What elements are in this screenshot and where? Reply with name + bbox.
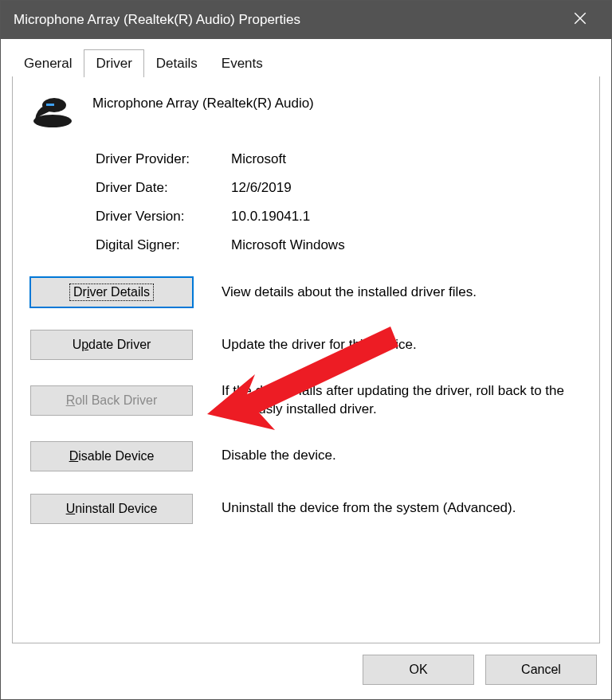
update-driver-button[interactable]: Update Driver: [30, 330, 193, 360]
action-buttons: Driver Details View details about the in…: [30, 277, 582, 524]
cancel-button[interactable]: Cancel: [485, 655, 597, 685]
close-icon: [573, 11, 587, 25]
update-driver-desc: Update the driver for this device.: [222, 336, 582, 354]
disable-device-button[interactable]: Disable Device: [30, 441, 193, 471]
uninstall-device-desc: Uninstall the device from the system (Ad…: [222, 499, 582, 518]
version-label: Driver Version:: [96, 209, 231, 225]
row-update-driver: Update Driver Update the driver for this…: [30, 330, 582, 360]
date-label: Driver Date:: [96, 180, 231, 196]
row-disable-device: Disable Device Disable the device.: [30, 441, 582, 471]
row-driver-details: Driver Details View details about the in…: [30, 277, 582, 307]
tab-driver[interactable]: Driver: [84, 49, 143, 77]
row-rollback-driver: Roll Back Driver If the device fails aft…: [30, 382, 582, 419]
device-header: Microphone Array (Realtek(R) Audio): [30, 94, 582, 129]
version-value: 10.0.19041.1: [231, 209, 582, 225]
disable-device-desc: Disable the device.: [222, 447, 582, 465]
svg-rect-4: [46, 104, 54, 106]
properties-window: Microphone Array (Realtek(R) Audio) Prop…: [0, 0, 612, 700]
microphone-device-icon: [30, 94, 75, 129]
date-value: 12/6/2019: [231, 180, 582, 196]
driver-info: Driver Provider: Microsoft Driver Date: …: [96, 151, 582, 253]
tab-strip: General Driver Details Events: [1, 39, 611, 76]
window-title: Microphone Array (Realtek(R) Audio) Prop…: [14, 12, 562, 28]
device-name: Microphone Array (Realtek(R) Audio): [92, 94, 314, 111]
driver-details-desc: View details about the installed driver …: [222, 284, 582, 302]
dialog-footer: OK Cancel: [1, 643, 611, 699]
provider-value: Microsoft: [231, 151, 582, 167]
tab-general[interactable]: General: [12, 49, 84, 77]
provider-label: Driver Provider:: [96, 151, 231, 167]
ok-button[interactable]: OK: [363, 655, 474, 685]
driver-details-button[interactable]: Driver Details: [30, 277, 193, 307]
uninstall-device-button[interactable]: Uninstall Device: [30, 494, 193, 524]
tab-events[interactable]: Events: [210, 49, 275, 77]
tab-details[interactable]: Details: [144, 49, 210, 77]
signer-value: Microsoft Windows: [231, 237, 582, 253]
signer-label: Digital Signer:: [96, 237, 231, 253]
tab-content: Microphone Array (Realtek(R) Audio) Driv…: [12, 76, 600, 643]
close-button[interactable]: [562, 11, 598, 29]
rollback-driver-button: Roll Back Driver: [30, 385, 193, 416]
rollback-driver-desc: If the device fails after updating the d…: [222, 382, 582, 419]
row-uninstall-device: Uninstall Device Uninstall the device fr…: [30, 494, 582, 524]
titlebar: Microphone Array (Realtek(R) Audio) Prop…: [1, 1, 611, 39]
